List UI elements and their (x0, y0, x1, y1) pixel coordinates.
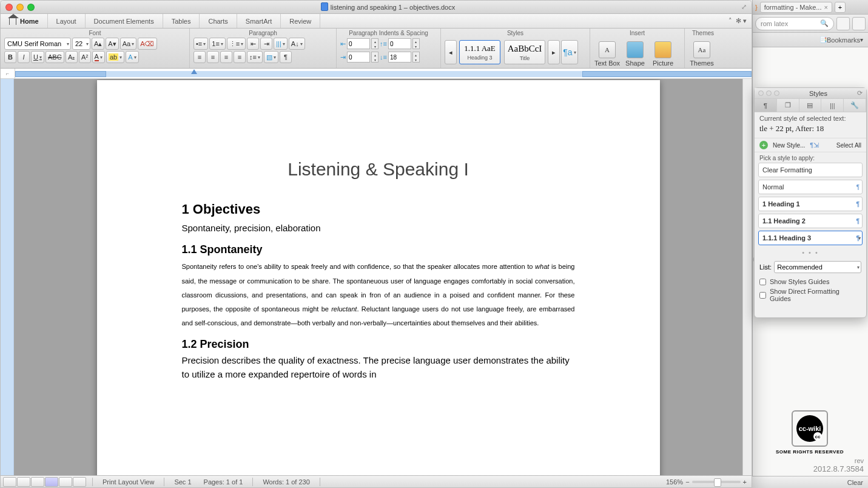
zoom-slider[interactable] (692, 481, 741, 483)
align-left-button[interactable]: ≡ (193, 51, 206, 63)
new-style-link[interactable]: New Style... (773, 142, 805, 149)
show-marks-button[interactable]: ¶ (280, 51, 292, 63)
home-button[interactable] (836, 17, 850, 30)
indent-marker-icon[interactable] (191, 69, 197, 74)
shading-button[interactable]: ▧ (264, 51, 278, 63)
tab-review[interactable]: Review (281, 14, 320, 28)
font-name-select[interactable]: CMU Serif Roman (4, 38, 71, 50)
tab-charts[interactable]: Charts (200, 14, 237, 28)
checkbox[interactable] (759, 292, 766, 299)
spacing-after-field[interactable]: ↓≡18▴▾ (380, 51, 420, 63)
style-item-heading2[interactable]: 1.1 Heading 2¶ (758, 214, 863, 228)
zoom-out-button[interactable]: − (685, 478, 689, 486)
increase-indent-button[interactable]: ⇥ (260, 38, 272, 50)
text-direction-button[interactable]: ||| (274, 38, 288, 50)
pane-close-button[interactable] (758, 90, 764, 96)
change-case-button[interactable]: Aa (120, 38, 136, 50)
strikethrough-button[interactable]: ABC (45, 51, 64, 63)
sort-button[interactable]: A↓ (289, 38, 305, 50)
align-center-button[interactable]: ≡ (207, 51, 219, 63)
draft-view-button[interactable] (3, 477, 16, 487)
pane-tab-2[interactable]: ❐ (777, 99, 799, 112)
close-icon[interactable]: × (824, 4, 827, 11)
checkbox[interactable] (759, 279, 766, 285)
align-right-button[interactable]: ≡ (220, 51, 232, 63)
themes-button[interactable]: AaThemes (688, 38, 715, 67)
spacing-before-field[interactable]: ↑≡0▴▾ (380, 38, 420, 50)
select-all-link[interactable]: Select All (836, 142, 861, 149)
superscript-button[interactable]: A² (79, 51, 91, 63)
style-item-clear[interactable]: Clear Formatting (758, 163, 863, 177)
new-style-plus-icon[interactable]: + (759, 141, 768, 149)
vertical-ruler[interactable] (1, 79, 14, 475)
bookmarks-bar[interactable]: 📑 Bookmarks ▾ (753, 33, 868, 47)
pane-tab-styles[interactable]: ¶ (755, 99, 777, 112)
tab-document-elements[interactable]: Document Elements (86, 14, 163, 28)
search-field[interactable]: rom latex🔍 (755, 17, 834, 30)
focus-view-button[interactable] (73, 477, 86, 487)
text-effects-button[interactable]: A (126, 51, 138, 63)
ruler-corner-button[interactable]: ⌐ (1, 69, 15, 78)
edit-button[interactable] (852, 17, 866, 30)
style-tile-title[interactable]: AaBbCcITitle (504, 40, 545, 64)
multilevel-button[interactable]: ⋮≡ (227, 38, 246, 50)
font-size-select[interactable]: 22 (72, 38, 90, 50)
toolbox-icon[interactable]: ⟳ (857, 89, 863, 97)
style-item-heading3[interactable]: 1.1.1 Heading 3¶ (758, 231, 863, 245)
document-page[interactable]: Listening & Speaking I 1 Objectives Spon… (97, 80, 660, 475)
outline-view-button[interactable] (17, 477, 30, 487)
justify-button[interactable]: ≡ (234, 51, 246, 63)
shrink-font-button[interactable]: A▾ (106, 38, 118, 50)
clear-formatting-button[interactable]: A⌫ (138, 38, 156, 50)
pane-zoom-button[interactable] (774, 90, 779, 96)
print-layout-view-button[interactable] (45, 477, 58, 487)
style-item-heading1[interactable]: 1 Heading 1¶ (758, 197, 863, 211)
insert-textbox-button[interactable]: AText Box (594, 38, 621, 67)
line-spacing-button[interactable]: ↕≡ (247, 51, 263, 63)
show-direct-formatting-checkbox[interactable]: Show Direct Formatting Guides (755, 286, 866, 303)
pane-tab-3[interactable]: ▤ (799, 99, 822, 112)
highlight-button[interactable]: ab (106, 51, 124, 63)
list-filter-select[interactable]: Recommended (774, 261, 861, 273)
pane-tab-settings[interactable]: 🔧 (844, 99, 866, 112)
indent-right-field[interactable]: ⇥0▴▾ (340, 51, 378, 63)
numbering-button[interactable]: 1≡ (209, 38, 226, 50)
zoom-control[interactable]: 156% − + (661, 478, 752, 486)
more-styles-indicator[interactable]: • • • (758, 248, 863, 257)
new-tab-button[interactable]: + (835, 2, 846, 13)
indent-left-field[interactable]: ⇤0▴▾ (340, 38, 378, 50)
browser-tab[interactable]: formatting - Make...× (760, 2, 832, 13)
underline-button[interactable]: U (31, 51, 44, 63)
publishing-view-button[interactable] (31, 477, 44, 487)
styles-pane-button[interactable]: ¶a (561, 40, 578, 64)
bullets-button[interactable]: •≡ (193, 38, 208, 50)
pane-tab-4[interactable]: ||| (821, 99, 844, 112)
tab-layout[interactable]: Layout (48, 14, 86, 28)
tab-home[interactable]: Home (1, 14, 48, 28)
styles-prev-button[interactable]: ◂ (445, 40, 457, 64)
show-guides-checkbox[interactable]: Show Styles Guides (755, 277, 866, 286)
decrease-indent-button[interactable]: ⇤ (247, 38, 259, 50)
horizontal-ruler[interactable] (15, 69, 752, 78)
bold-button[interactable]: B (4, 51, 16, 63)
insert-picture-button[interactable]: Picture (650, 38, 676, 67)
collapse-ribbon-icon[interactable]: ˄ (728, 17, 732, 25)
insert-shape-button[interactable]: Shape (622, 38, 648, 67)
fullscreen-icon[interactable]: ⤢ (741, 3, 747, 11)
tab-smartart[interactable]: SmartArt (237, 14, 281, 28)
vertical-scrollbar[interactable] (742, 79, 752, 475)
settings-icon[interactable]: ✻ ▾ (736, 17, 747, 25)
zoom-in-button[interactable]: + (743, 478, 747, 486)
styles-pane-titlebar[interactable]: Styles ⟳ (755, 88, 866, 99)
minimize-button[interactable] (16, 4, 24, 11)
para-select-icon[interactable]: ¶⇲ (810, 141, 819, 149)
font-color-button[interactable]: A (92, 51, 105, 63)
notebook-view-button[interactable] (59, 477, 72, 487)
grow-font-button[interactable]: A▴ (92, 38, 104, 50)
subscript-button[interactable]: A₂ (66, 51, 78, 63)
pane-min-button[interactable] (766, 90, 772, 96)
zoom-button[interactable] (27, 4, 35, 11)
style-tile-heading3[interactable]: 1.1.1 AaEHeading 3 (459, 40, 500, 64)
document-scroll[interactable]: Listening & Speaking I 1 Objectives Spon… (14, 79, 742, 475)
italic-button[interactable]: I (18, 51, 30, 63)
